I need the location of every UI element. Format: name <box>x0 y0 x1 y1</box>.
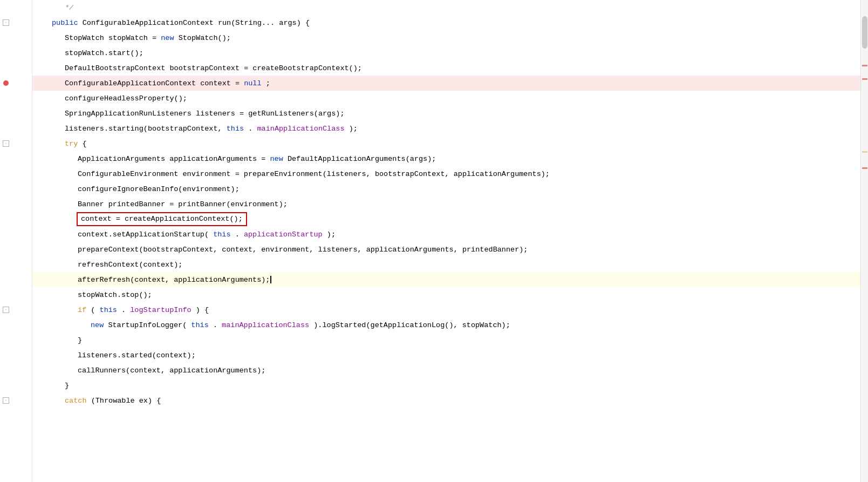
gutter-line-16 <box>0 227 32 242</box>
scrollbar-mark-yellow <box>862 151 867 153</box>
gutter-icon-10: - <box>2 140 10 147</box>
gutter-line-13 <box>0 181 32 196</box>
gutter-line-19 <box>0 272 32 287</box>
token-26: } <box>65 382 69 390</box>
gutter-line-22 <box>0 317 32 332</box>
gutter-line-2: - <box>0 15 32 30</box>
gutter-line-4 <box>0 45 32 60</box>
token-field-16: applicationStartup <box>244 230 323 239</box>
token-16b: . <box>235 230 240 239</box>
gutter-icon-27: - <box>2 397 10 404</box>
code-content-11: ApplicationArguments applicationArgument… <box>39 155 436 163</box>
code-line-27: catch (Throwable ex) { <box>32 393 860 408</box>
code-content-4: stopWatch.start(); <box>39 49 143 57</box>
gutter-line-18 <box>0 257 32 272</box>
code-content-21: if ( this . logStartupInfo ) { <box>39 306 209 314</box>
gutter-icon-1 <box>2 4 10 11</box>
token-11a: ApplicationArguments applicationArgument… <box>78 155 270 163</box>
gutter-line-26 <box>0 378 32 393</box>
breakpoint-icon-6[interactable] <box>2 79 10 87</box>
code-content-14: Banner printedBanner = printBanner(envir… <box>39 200 288 208</box>
code-content-6: ConfigurableApplicationContext context =… <box>39 79 270 87</box>
code-line-8: SpringApplicationRunListeners listeners … <box>32 106 860 121</box>
token-kw-this-21: this <box>100 306 117 314</box>
gutter-line-23 <box>0 332 32 348</box>
code-line-13: configureIgnoreBeanInfo(environment); <box>32 181 860 196</box>
code-line-15: context = createApplicationContext(); <box>32 212 860 227</box>
token-try: try <box>65 140 78 148</box>
code-line-19: afterRefresh(context, applicationArgumen… <box>32 272 860 287</box>
code-content-13: configureIgnoreBeanInfo(environment); <box>39 185 240 193</box>
token-field-9: mainApplicationClass <box>257 125 344 133</box>
scrollbar-mark-red-1 <box>862 65 867 66</box>
code-content-22: new StartupInfoLogger( this . mainApplic… <box>39 321 510 329</box>
token-if: if <box>78 306 86 314</box>
token-16a: context.setApplicationStartup( <box>78 230 209 239</box>
breakpoint-dot-6[interactable] <box>3 80 9 86</box>
code-content-24: listeners.started(context); <box>39 351 196 359</box>
code-content-15: context = createApplicationContext(); <box>39 212 247 226</box>
token-8: SpringApplicationRunListeners listeners … <box>65 110 344 118</box>
code-line-7: configureHeadlessProperty(); <box>32 91 860 106</box>
token-kw-public: public <box>52 19 78 27</box>
token-25: callRunners(context, applicationArgument… <box>78 366 265 375</box>
code-line-9: listeners.starting(bootstrapContext, thi… <box>32 121 860 136</box>
token-kw-new-22: new <box>91 321 104 329</box>
token-24: listeners.started(context); <box>78 351 196 359</box>
code-content-3: StopWatch stopWatch = new StopWatch(); <box>39 34 231 42</box>
token-5: DefaultBootstrapContext bootstrapContext… <box>65 64 362 72</box>
code-content-20: stopWatch.stop(); <box>39 291 152 299</box>
code-line-21: if ( this . logStartupInfo ) { <box>32 302 860 317</box>
token-kw-this-16: this <box>213 230 230 239</box>
fold-button-2[interactable]: - <box>3 19 9 26</box>
token-2b: run(String... args) { <box>218 19 310 27</box>
code-content-26: } <box>39 382 69 390</box>
code-line-14: Banner printedBanner = printBanner(envir… <box>32 196 860 212</box>
code-content-23: } <box>39 336 82 344</box>
gutter-icon-21: - <box>2 306 10 314</box>
scrollbar-vertical[interactable] <box>860 0 868 482</box>
code-line-2: public ConfigurableApplicationContext ru… <box>32 15 860 30</box>
code-line-16: context.setApplicationStartup( this . ap… <box>32 227 860 242</box>
token-7: configureHeadlessProperty(); <box>65 94 187 103</box>
gutter-line-24 <box>0 348 32 363</box>
code-line-23: } <box>32 332 860 348</box>
token-13: configureIgnoreBeanInfo(environment); <box>78 185 240 193</box>
code-content-2: public ConfigurableApplicationContext ru… <box>39 19 310 27</box>
code-line-17: prepareContext(bootstrapContext, context… <box>32 242 860 257</box>
gutter-line-27: - <box>0 393 32 408</box>
gutter-line-1 <box>0 0 32 15</box>
code-line-5: DefaultBootstrapContext bootstrapContext… <box>32 60 860 76</box>
code-line-10: try { <box>32 136 860 151</box>
fold-button-21[interactable]: - <box>3 307 9 313</box>
token-20: stopWatch.stop(); <box>78 291 152 299</box>
token-22a: StartupInfoLogger( <box>108 321 187 329</box>
gutter-line-8 <box>0 106 32 121</box>
code-content-25: callRunners(context, applicationArgument… <box>39 366 265 375</box>
token-15: context = createApplicationContext(); <box>81 215 243 223</box>
fold-button-27[interactable]: - <box>3 397 9 404</box>
token-17: prepareContext(bootstrapContext, context… <box>78 246 528 254</box>
token-6b: ; <box>266 79 270 87</box>
gutter-line-11 <box>0 151 32 166</box>
token-18: refreshContext(context); <box>78 261 182 269</box>
token-12: ConfigurableEnvironment environment = pr… <box>78 170 550 178</box>
token-4: stopWatch.start(); <box>65 49 143 57</box>
token-21b: ( <box>91 306 95 314</box>
code-line-6: ConfigurableApplicationContext context =… <box>32 76 860 91</box>
token-22c: ).logStarted(getApplicationLog(), stopWa… <box>313 321 510 329</box>
token-kw-new-11: new <box>270 155 283 163</box>
fold-button-10[interactable]: - <box>3 140 9 147</box>
code-line-24: listeners.started(context); <box>32 348 860 363</box>
editor-container: - - <box>0 0 868 482</box>
token-catch: catch <box>65 397 87 405</box>
code-area[interactable]: */ public ConfigurableApplicationContext… <box>32 0 860 482</box>
scrollbar-thumb-v[interactable] <box>862 16 867 49</box>
token-9b: . <box>248 125 252 133</box>
gutter-line-7 <box>0 91 32 106</box>
code-content-9: listeners.starting(bootstrapContext, thi… <box>39 125 358 133</box>
token-2: ConfigurableApplicationContext <box>83 19 218 27</box>
gutter: - - <box>0 0 32 482</box>
code-content-17: prepareContext(bootstrapContext, context… <box>39 246 528 254</box>
gutter-line-10: - <box>0 136 32 151</box>
